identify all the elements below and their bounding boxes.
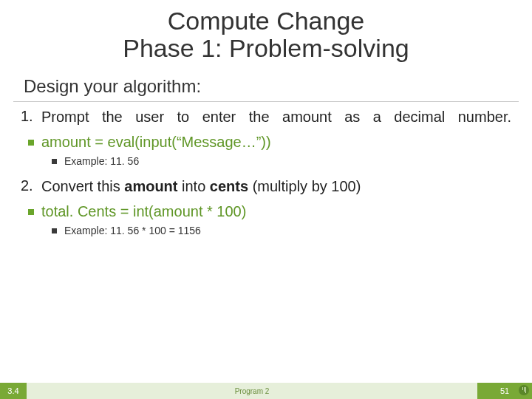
step-2-prefix: Convert this [41,178,124,194]
bullet-square-icon [28,209,34,215]
step-2-text: Convert this amount into cents (multiply… [41,177,511,196]
step-1-example-row: Example: 11. 56 [52,155,511,167]
step-2-mid: into [177,178,209,194]
bullet-square-icon [28,140,34,146]
footer: 3.4 Program 2 51 [0,383,532,399]
step-2-code-row: total. Cents = int(amount * 100) [28,203,511,220]
footer-section-number: 3.4 [0,383,27,399]
content: 1. Prompt the user to enter the amount a… [21,108,511,236]
footer-page-number-box: 51 [477,383,532,399]
section-heading: Design your algorithm: [24,76,532,97]
step-1-code: amount = eval(input(“Message…”)) [41,134,271,151]
step-2-code: total. Cents = int(amount * 100) [41,203,246,220]
step-2-example: Example: 11. 56 * 100 = 1156 [64,225,201,236]
bullet-square-icon [52,228,57,233]
step-2-suffix: (multiply by 100) [248,178,361,194]
step-1-text: Prompt the user to enter the amount as a… [41,108,511,126]
footer-badge-icon [519,385,529,395]
divider [13,101,519,102]
badge-bars-icon [522,387,526,393]
bullet-square-icon [52,159,57,164]
step-1-code-row: amount = eval(input(“Message…”)) [28,134,511,151]
footer-program-label: Program 2 [27,383,477,399]
step-2-number: 2. [21,177,41,194]
step-2-example-row: Example: 11. 56 * 100 = 1156 [52,225,511,236]
slide: Compute Change Phase 1: Problem-solving … [0,0,532,399]
title-block: Compute Change Phase 1: Problem-solving [0,0,532,63]
step-1-example: Example: 11. 56 [64,155,139,167]
step-1-number: 1. [21,108,41,125]
footer-page-number: 51 [500,386,509,395]
step-1: 1. Prompt the user to enter the amount a… [21,108,511,126]
title-line-1: Compute Change [0,7,532,35]
title-line-2: Phase 1: Problem-solving [0,35,532,62]
step-2-bold1: amount [124,178,177,194]
step-2: 2. Convert this amount into cents (multi… [21,177,511,196]
step-2-bold2: cents [210,178,248,194]
